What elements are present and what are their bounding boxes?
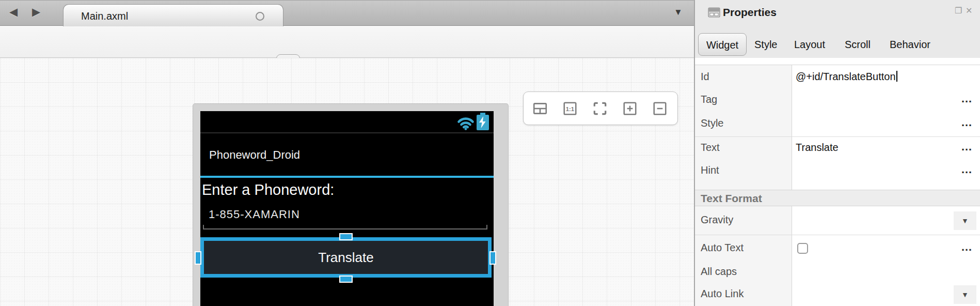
- designer-toolbar: Alternative Layout 3.7" WVGA (Nexus One)…: [0, 26, 694, 58]
- property-row-auto-link[interactable]: Auto Link ▼: [695, 282, 980, 306]
- tab-main-axml[interactable]: Main.axml: [63, 4, 283, 26]
- battery-charging-icon: [476, 113, 489, 131]
- all-caps-label: All caps: [701, 266, 737, 278]
- tab-behavior[interactable]: Behavior: [890, 33, 930, 56]
- nav-back-icon[interactable]: ◀: [9, 6, 18, 18]
- tab-style[interactable]: Style: [754, 33, 777, 56]
- wifi-icon: [456, 115, 475, 130]
- text-more-button[interactable]: …: [961, 140, 973, 154]
- property-row-tag[interactable]: Tag …: [695, 88, 980, 111]
- properties-grid: Id @+id/TranslateButton Tag … Style … Te…: [695, 65, 980, 306]
- auto-link-label: Auto Link: [701, 288, 744, 300]
- style-more-button[interactable]: …: [961, 116, 973, 129]
- properties-panel-icon: [708, 7, 720, 18]
- selection-handle-top[interactable]: [339, 233, 353, 240]
- text-value[interactable]: Translate: [796, 142, 839, 154]
- zoom-in-button[interactable]: [622, 101, 638, 116]
- auto-link-dropdown-button[interactable]: ▼: [954, 285, 976, 304]
- properties-panel: Properties ❐ ✕ Widget Style Layout Scrol…: [695, 0, 980, 306]
- property-row-gravity[interactable]: Gravity ▼: [695, 206, 980, 235]
- auto-text-checkbox[interactable]: [797, 243, 808, 254]
- property-row-hint[interactable]: Hint …: [695, 160, 980, 183]
- phoneword-input-value[interactable]: 1-855-XAMARIN: [209, 208, 300, 221]
- property-row-id[interactable]: Id @+id/TranslateButton: [695, 65, 980, 88]
- selection-handle-right[interactable]: [489, 251, 496, 265]
- nav-forward-icon[interactable]: ▶: [32, 6, 40, 18]
- text-label: Text: [701, 142, 720, 154]
- style-label: Style: [701, 117, 723, 129]
- actual-size-label: 1:1: [566, 106, 574, 112]
- gravity-dropdown-button[interactable]: ▼: [954, 211, 976, 230]
- designer-window: ◀ ▶ Main.axml ▼ Alternative Layout 3.7" …: [0, 0, 980, 306]
- panel-divider[interactable]: [694, 0, 695, 306]
- property-row-style[interactable]: Style …: [695, 111, 980, 136]
- text-cursor: [896, 71, 897, 82]
- tab-overflow-icon[interactable]: ▼: [674, 7, 683, 18]
- id-value-input[interactable]: @+id/TranslateButton: [796, 71, 897, 83]
- chevron-down-icon: ▼: [961, 290, 969, 299]
- translate-button-label: Translate: [318, 250, 373, 266]
- tab-status-circle-icon[interactable]: [256, 12, 264, 21]
- canvas-zoom-toolbar: 1:1: [523, 91, 678, 125]
- app-title: Phoneword_Droid: [209, 148, 300, 162]
- property-row-all-caps[interactable]: All caps: [695, 260, 980, 282]
- phoneword-prompt-label[interactable]: Enter a Phoneword:: [202, 181, 334, 198]
- zoom-out-button[interactable]: [652, 101, 668, 116]
- close-icon[interactable]: ✕: [966, 6, 972, 16]
- hint-more-button[interactable]: …: [961, 163, 973, 176]
- fit-to-view-button[interactable]: [592, 101, 608, 116]
- section-text-format-label: Text Format: [701, 192, 762, 205]
- section-text-format: Text Format: [695, 190, 980, 206]
- tab-bar: ◀ ▶ Main.axml ▼: [0, 0, 694, 26]
- selection-handle-left[interactable]: [195, 251, 201, 265]
- action-bar-divider: [200, 176, 494, 178]
- translate-button-selected[interactable]: Translate: [200, 237, 492, 278]
- properties-title: Properties: [723, 6, 777, 19]
- device-screen[interactable]: Phoneword_Droid Enter a Phoneword: 1-855…: [200, 111, 494, 306]
- actual-size-button[interactable]: 1:1: [562, 101, 578, 116]
- properties-header: Properties ❐ ✕ Widget Style Layout Scrol…: [695, 0, 980, 58]
- tab-layout[interactable]: Layout: [794, 33, 825, 56]
- chevron-down-icon: ▼: [961, 217, 969, 225]
- auto-text-more-button[interactable]: …: [961, 240, 973, 254]
- property-row-text[interactable]: Text Translate …: [695, 137, 980, 160]
- id-label: Id: [701, 71, 709, 83]
- status-bar: [200, 111, 494, 133]
- selection-handle-bottom[interactable]: [339, 276, 353, 283]
- hint-label: Hint: [701, 164, 719, 176]
- gravity-label: Gravity: [701, 214, 733, 226]
- auto-text-label: Auto Text: [701, 242, 744, 254]
- tab-scroll[interactable]: Scroll: [845, 33, 871, 56]
- dock-icon[interactable]: ❐: [955, 6, 962, 16]
- tab-title: Main.axml: [81, 10, 128, 22]
- tag-more-button[interactable]: …: [961, 92, 973, 105]
- edittext-underline: [203, 225, 487, 230]
- tab-widget[interactable]: Widget: [698, 33, 747, 56]
- split-view-button[interactable]: [532, 101, 548, 116]
- tag-label: Tag: [701, 94, 717, 105]
- property-row-auto-text[interactable]: Auto Text …: [695, 235, 980, 260]
